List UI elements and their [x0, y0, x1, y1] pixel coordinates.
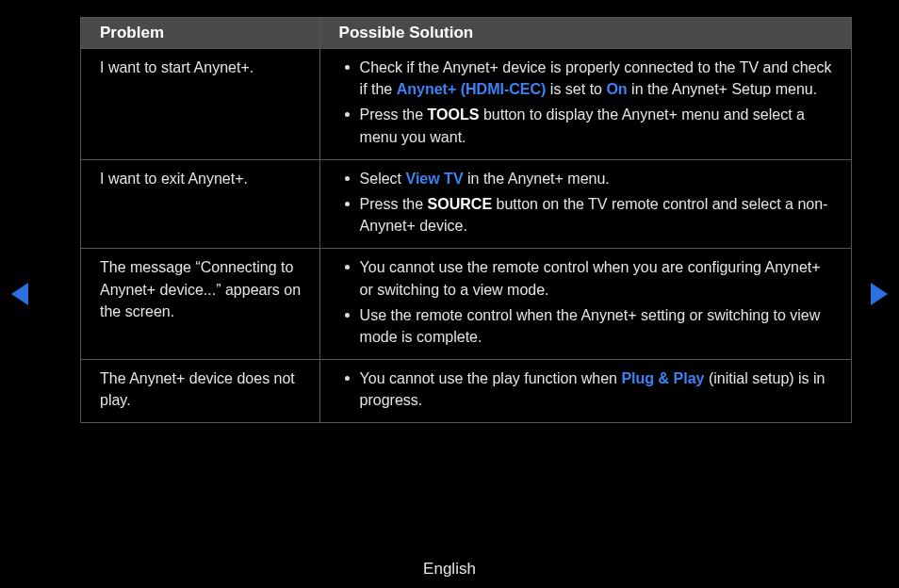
page-content: Problem Possible Solution I want to star… [0, 0, 899, 423]
footer-language: English [0, 560, 899, 579]
list-item: Press the TOOLS button to display the An… [339, 104, 836, 147]
list-item: Check if the Anynet+ device is properly … [339, 57, 836, 100]
table-row: The Anynet+ device does not play. You ca… [81, 360, 852, 423]
problem-cell: I want to start Anynet+. [81, 49, 320, 160]
problem-cell: The Anynet+ device does not play. [81, 360, 320, 423]
solution-cell: You cannot use the play function when Pl… [319, 360, 851, 423]
problem-cell: The message “Connecting to Anynet+ devic… [81, 249, 320, 360]
list-item: You cannot use the play function when Pl… [339, 368, 836, 411]
list-item: Use the remote control when the Anynet+ … [339, 304, 836, 348]
problem-cell: I want to exit Anynet+. [81, 159, 320, 249]
next-page-arrow[interactable] [871, 283, 888, 305]
solution-cell: You cannot use the remote control when y… [319, 249, 851, 360]
troubleshooting-table: Problem Possible Solution I want to star… [80, 17, 852, 423]
solution-cell: Select View TV in the Anynet+ menu. Pres… [319, 159, 851, 249]
table-row: The message “Connecting to Anynet+ devic… [81, 249, 852, 360]
table-row: I want to start Anynet+. Check if the An… [81, 49, 852, 160]
list-item: You cannot use the remote control when y… [339, 256, 836, 300]
solution-cell: Check if the Anynet+ device is properly … [319, 49, 851, 160]
header-problem: Problem [81, 18, 320, 49]
table-row: I want to exit Anynet+. Select View TV i… [81, 159, 852, 249]
list-item: Press the SOURCE button on the TV remote… [339, 193, 836, 237]
list-item: Select View TV in the Anynet+ menu. [339, 168, 836, 189]
header-solution: Possible Solution [319, 18, 851, 49]
prev-page-arrow[interactable] [11, 283, 28, 305]
